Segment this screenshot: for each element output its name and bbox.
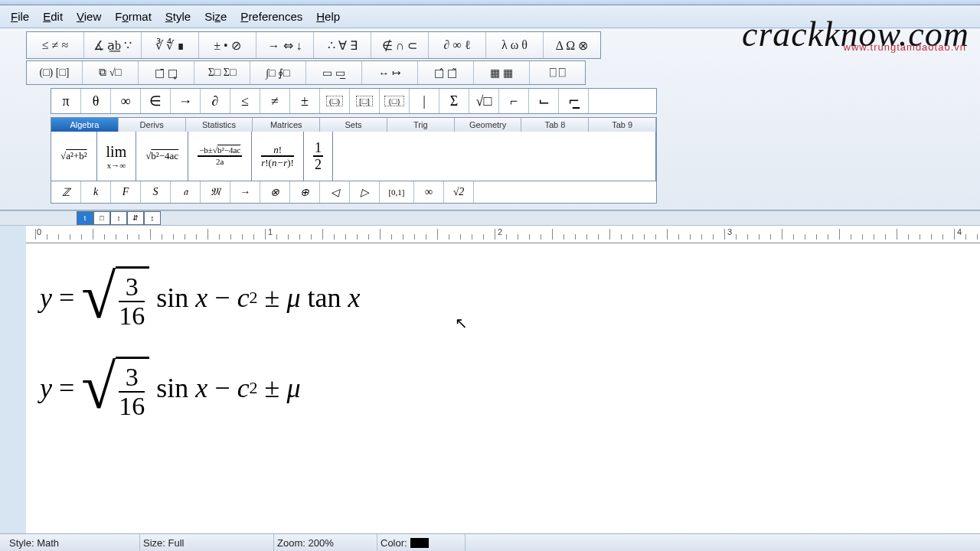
fav-theta[interactable]: θ — [81, 89, 111, 113]
status-style: Style: Math — [6, 534, 140, 551]
tab-trig[interactable]: Trig — [387, 118, 455, 132]
color-swatch — [410, 538, 429, 548]
sym-ltri[interactable]: ◁ — [320, 181, 350, 203]
menu-file[interactable]: File — [11, 10, 29, 23]
tab-sets[interactable]: Sets — [320, 118, 387, 132]
template-matrices[interactable]: ▦ ▦ — [474, 61, 530, 84]
palette-misc[interactable]: ∂ ∞ ℓ — [429, 32, 486, 58]
tab-statistics[interactable]: Statistics — [186, 118, 253, 132]
fav-corner[interactable]: ⌐̲ — [559, 89, 589, 113]
fav-pi[interactable]: π — [51, 89, 81, 113]
mode-2[interactable]: ↕ — [110, 211, 127, 225]
fav-bar[interactable]: | — [410, 89, 439, 113]
fav-arrow[interactable]: → — [171, 89, 201, 113]
fav-bracket[interactable]: [□] — [350, 89, 380, 113]
template-integrals[interactable]: ∫□ ∮□ — [250, 61, 306, 84]
ruler[interactable]: 0 1 2 3 4 — [26, 226, 980, 243]
fav-pm[interactable]: ± — [290, 89, 320, 113]
palette-embellish[interactable]: ∛ ∜ ∎ — [142, 32, 199, 58]
equation-2[interactable]: y = √316 sin x − c2 ± μ — [40, 357, 966, 419]
menu-style[interactable]: Style — [165, 10, 191, 23]
ruler-label-2: 2 — [498, 227, 502, 236]
expr-quadratic[interactable]: −b±√b²−4ac2a — [188, 132, 252, 181]
sym-otimes[interactable]: ⊗ — [260, 181, 290, 203]
palette-greek-lc[interactable]: λ ω θ — [486, 32, 544, 58]
sym-arrow[interactable]: → — [230, 181, 260, 203]
fav-sigma[interactable]: Σ — [439, 89, 469, 113]
sym-S[interactable]: S — [141, 181, 171, 203]
sym-frakM[interactable]: 𝔐 — [201, 181, 230, 203]
expr-pythag[interactable]: √a²+b² — [51, 132, 97, 181]
fav-ne[interactable]: ≠ — [260, 89, 290, 113]
template-fences[interactable]: (□) [□] — [27, 61, 83, 84]
mode-3[interactable]: ⇵ — [127, 211, 144, 225]
template-sums[interactable]: Σ□ Σ□ — [194, 61, 250, 84]
fav-le[interactable]: ≤ — [230, 89, 260, 113]
sym-oplus[interactable]: ⊕ — [290, 181, 320, 203]
menu-view[interactable]: View — [77, 10, 101, 23]
palette-operators[interactable]: ± • ⊘ — [199, 32, 256, 58]
expr-limit[interactable]: limx→∞ — [97, 132, 137, 181]
template-fractions[interactable]: ⧉ √□ — [83, 61, 139, 84]
sym-sqrt2[interactable]: √2 — [444, 181, 474, 203]
status-bar: Style: Math Size: Full Zoom: 200% Color: — [0, 533, 980, 551]
template-boxes[interactable]: ⎕ ⎕ — [530, 61, 585, 84]
ruler-label-4: 4 — [957, 227, 962, 236]
fav-blank — [589, 89, 656, 113]
ruler-label-3: 3 — [727, 227, 732, 236]
tab-matrices[interactable]: Matrices — [253, 118, 320, 132]
template-hats[interactable]: □̂ □̃ — [418, 61, 474, 84]
expr-discriminant[interactable]: √b²−4ac — [136, 132, 188, 181]
cursor-icon: ↖ — [455, 314, 468, 332]
template-bars[interactable]: ▭ ▭̲ — [306, 61, 362, 84]
menu-format[interactable]: Format — [115, 10, 152, 23]
tab-8[interactable]: Tab 8 — [521, 118, 589, 132]
tab-algebra[interactable]: Algebra — [51, 118, 119, 132]
tab-mode-row: t □ ↕ ⇵ ↨ — [0, 210, 980, 226]
fav-in[interactable]: ∈ — [141, 89, 171, 113]
category-tabs: Algebra Derivs Statistics Matrices Sets … — [51, 117, 657, 132]
status-color: Color: — [377, 534, 466, 551]
tab-geometry[interactable]: Geometry — [455, 118, 522, 132]
tab-9[interactable]: Tab 9 — [589, 118, 656, 132]
expr-half[interactable]: 12 — [304, 132, 333, 181]
mode-4[interactable]: ↨ — [144, 211, 161, 225]
palette-spaces[interactable]: ∡ a͟b ∵ — [84, 32, 142, 58]
tab-derivs[interactable]: Derivs — [119, 118, 186, 132]
fav-brace[interactable]: {□} — [380, 89, 410, 113]
sym-Z[interactable]: ℤ — [51, 181, 81, 203]
expr-combination[interactable]: n!r!(n−r)! — [252, 132, 304, 181]
palette-relations[interactable]: ≤ ≠ ≈ — [27, 32, 84, 58]
sym-fraka[interactable]: 𝔞 — [171, 181, 201, 203]
menu-edit[interactable]: Edit — [43, 10, 63, 23]
equation-1[interactable]: y = √316 sin x − c2 ± μ tan x — [40, 266, 966, 329]
mode-text[interactable]: t — [77, 211, 93, 225]
sym-empty — [474, 181, 656, 203]
template-labeled-arrows[interactable]: ↔ ↦ — [362, 61, 418, 84]
palette-set[interactable]: ∉ ∩ ⊂ — [371, 32, 429, 58]
status-size: Size: Full — [140, 534, 274, 551]
sym-interval[interactable]: [0,1] — [380, 181, 414, 203]
menu-help[interactable]: Help — [316, 10, 340, 23]
menu-size[interactable]: Size — [204, 10, 227, 23]
status-zoom: Zoom: 200% — [274, 534, 377, 551]
menu-bar: File Edit View Format Style Size Prefere… — [0, 5, 980, 28]
fav-ceil[interactable]: ⌐ — [499, 89, 529, 113]
sym-F[interactable]: F — [111, 181, 141, 203]
fav-paren[interactable]: (□) — [320, 89, 350, 113]
menu-preferences[interactable]: Preferences — [240, 10, 302, 23]
fav-partial[interactable]: ∂ — [201, 89, 230, 113]
template-scripts[interactable]: □̄ □͇ — [139, 61, 194, 84]
fav-floor[interactable]: ⌙ — [529, 89, 559, 113]
fav-infty[interactable]: ∞ — [111, 89, 141, 113]
palette-logical[interactable]: ∴ ∀ ∃ — [314, 32, 371, 58]
equation-canvas[interactable]: y = √316 sin x − c2 ± μ tan x y = √316 s… — [26, 243, 980, 534]
watermark-url: www.trungtamdaotao.vn — [844, 41, 966, 53]
sym-k[interactable]: k — [81, 181, 111, 203]
palette-greek-uc[interactable]: Δ Ω ⊗ — [544, 32, 600, 58]
sym-rtri[interactable]: ▷ — [350, 181, 380, 203]
palette-arrows[interactable]: → ⇔ ↓ — [256, 32, 314, 58]
sym-infty[interactable]: ∞ — [414, 181, 444, 203]
fav-sqrt[interactable]: √□ — [469, 89, 499, 113]
mode-1[interactable]: □ — [93, 211, 110, 225]
